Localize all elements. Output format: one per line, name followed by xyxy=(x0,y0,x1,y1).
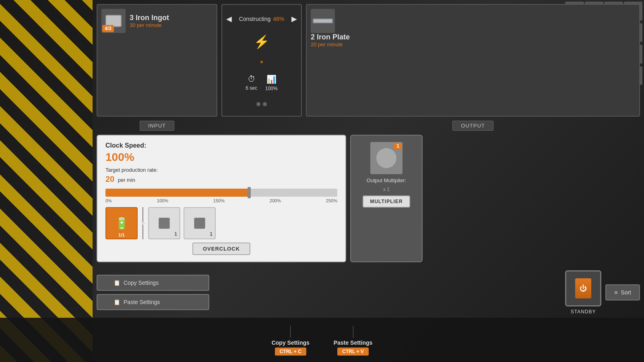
paste-shortcut: CTRL + V xyxy=(337,348,368,356)
paste-settings-button[interactable]: 📋 Paste Settings xyxy=(97,294,209,310)
standby-wrap: ⏻ STANDBY xyxy=(565,270,601,315)
next-recipe-button[interactable]: ▶ xyxy=(291,14,297,23)
paste-icon: 📋 xyxy=(114,299,120,305)
hazard-stripes xyxy=(0,0,93,362)
dot-1 xyxy=(256,102,260,106)
standby-indicator: ⏻ xyxy=(575,278,591,298)
construction-efficiency: 100% xyxy=(265,86,278,91)
settings-buttons: 📋 Copy Settings 📋 Paste Settings xyxy=(97,275,209,310)
output-item-name: 2 Iron Plate xyxy=(311,33,635,41)
lightning-icon: ⚡ xyxy=(254,34,270,49)
shard-slot-2-icon xyxy=(194,218,205,229)
copy-tooltip-title: Copy Settings xyxy=(272,339,310,346)
shard-slot-2[interactable]: 1 xyxy=(184,207,216,239)
multiplier-icon: 1 xyxy=(370,142,402,174)
tooltip-bar: Copy Settings CTRL + C Paste Settings CT… xyxy=(0,318,644,362)
iron-plate-icon xyxy=(311,9,335,33)
paste-tooltip-title: Paste Settings xyxy=(334,339,372,346)
clock-percent: 100% xyxy=(105,151,337,164)
progress-pct: 46% xyxy=(273,16,284,22)
chart-stat-icon: 📊 xyxy=(266,74,277,84)
shard-slots: 🔋 1/1 ➤ 1 1 xyxy=(105,207,337,239)
copy-icon: 📋 xyxy=(114,280,120,286)
clock-stat-icon: ⏱ xyxy=(248,74,256,84)
sort-button[interactable]: ≡ Sort xyxy=(605,284,640,300)
multiplier-panel: 1 Output Multiplier: x 1 MULTIPLIER xyxy=(350,135,423,262)
construction-panel: ◀ Constructing 46% ▶ ⚡ ⏱ 6 sec 📊 100% xyxy=(221,4,302,117)
overclock-button[interactable]: OVERCLOCK xyxy=(192,243,250,255)
multiplier-button[interactable]: MULTIPLIER xyxy=(363,195,410,208)
clock-section: Clock Speed: 100% Target production rate… xyxy=(97,135,640,262)
main-container: 4/3 3 Iron Ingot 30 per minute ◀ Constru… xyxy=(93,0,644,362)
output-rate: 20 per minute xyxy=(311,41,635,47)
production-rate-label: Target production rate: xyxy=(105,167,337,173)
sort-icon: ≡ xyxy=(614,289,617,296)
multiplier-value: x 1 xyxy=(383,187,390,192)
divider xyxy=(142,207,143,239)
copy-settings-tooltip: Copy Settings CTRL + C xyxy=(272,326,310,356)
standby-button[interactable]: ⏻ xyxy=(565,270,601,306)
shard-slot-1[interactable]: 1 xyxy=(148,207,180,239)
labels-row: INPUT OUTPUT xyxy=(93,121,644,131)
clock-title: Clock Speed: xyxy=(105,142,337,149)
construction-time: 6 sec xyxy=(246,85,257,91)
shard-slot-1-icon xyxy=(159,218,170,229)
clock-progress-bar[interactable] xyxy=(105,189,337,197)
input-label: INPUT xyxy=(140,121,174,131)
iron-ingot-icon: 4/3 xyxy=(101,9,126,33)
copy-shortcut: CTRL + C xyxy=(275,348,306,356)
clock-panel: Clock Speed: 100% Target production rate… xyxy=(97,135,346,262)
progress-thumb[interactable] xyxy=(248,187,251,198)
input-panel: 4/3 3 Iron Ingot 30 per minute xyxy=(97,4,217,117)
shard-slot-0[interactable]: 🔋 1/1 xyxy=(105,207,138,239)
shard-battery-icon: 🔋 xyxy=(115,217,129,230)
prev-recipe-button[interactable]: ◀ xyxy=(226,14,232,23)
output-label: OUTPUT xyxy=(452,121,493,131)
production-rate-value: 20 xyxy=(105,175,114,183)
progress-fill xyxy=(105,189,249,197)
output-panel: 2 Iron Plate 20 per minute xyxy=(306,4,640,117)
progress-labels: 0% 100% 150% 200% 250% xyxy=(105,198,337,203)
dot-2 xyxy=(263,102,267,106)
construction-stats: ⏱ 6 sec 📊 100% xyxy=(246,74,277,91)
paste-settings-tooltip: Paste Settings CTRL + V xyxy=(334,326,372,356)
input-rate: 30 per minute xyxy=(130,22,169,28)
multiplier-label: Output Multiplier: xyxy=(367,177,406,183)
copy-settings-button[interactable]: 📋 Copy Settings xyxy=(97,275,209,291)
top-section: 4/3 3 Iron Ingot 30 per minute ◀ Constru… xyxy=(93,0,644,121)
constructing-label: Constructing xyxy=(239,16,271,22)
standby-label: STANDBY xyxy=(571,309,596,315)
per-min: per min xyxy=(118,177,135,183)
bottom-section: 📋 Copy Settings 📋 Paste Settings ⏻ STAND… xyxy=(93,266,644,319)
input-item-name: 3 Iron Ingot xyxy=(130,14,169,22)
